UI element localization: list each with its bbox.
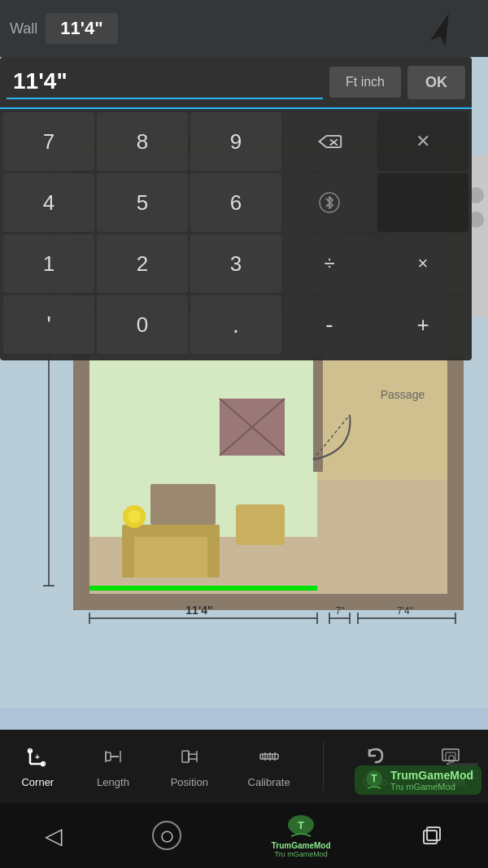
key-empty bbox=[377, 173, 468, 232]
wall-label: Wall bbox=[10, 20, 37, 37]
unit-button[interactable]: Ft inch bbox=[329, 67, 401, 98]
nav-recents-button[interactable] bbox=[420, 824, 443, 847]
watermark-sub: Tru mGameMod bbox=[390, 782, 473, 792]
svg-text:7": 7" bbox=[336, 605, 345, 617]
position-icon bbox=[177, 744, 202, 773]
key-decimal[interactable]: . bbox=[190, 295, 281, 354]
toolbar-calibrate[interactable]: Calibrate bbox=[242, 741, 297, 792]
length-label: Length bbox=[97, 776, 129, 788]
key-7[interactable]: 7 bbox=[3, 112, 94, 171]
svg-text:+: + bbox=[35, 752, 40, 761]
nav-logo-icon: T bbox=[285, 813, 317, 841]
watermark-name: TrumGameMod bbox=[390, 769, 473, 782]
svg-rect-24 bbox=[89, 586, 317, 591]
key-1[interactable]: 1 bbox=[3, 234, 94, 293]
keyboard-input-row: Ft inch OK bbox=[0, 57, 472, 109]
key-apostrophe[interactable]: ' bbox=[3, 295, 94, 354]
corner-label: Corner bbox=[21, 776, 54, 788]
svg-rect-58 bbox=[182, 751, 189, 762]
watermark-logo: T bbox=[363, 769, 386, 792]
watermark: T TrumGameMod Tru mGameMod bbox=[355, 765, 481, 795]
svg-rect-70 bbox=[442, 749, 459, 761]
key-5[interactable]: 5 bbox=[97, 173, 188, 232]
svg-rect-78 bbox=[424, 831, 437, 844]
key-bluetooth[interactable] bbox=[284, 173, 375, 232]
key-multiply[interactable]: × bbox=[377, 234, 468, 293]
wall-value: 11'4" bbox=[46, 13, 117, 44]
toolbar-position[interactable]: Position bbox=[164, 741, 215, 792]
android-navbar: ◁ ○ T TrumGameMod Tru mGameMod bbox=[0, 803, 488, 868]
nav-logo-sub: Tru mGameMod bbox=[275, 850, 328, 858]
svg-text:T: T bbox=[371, 773, 377, 784]
svg-rect-79 bbox=[427, 827, 440, 840]
ok-button[interactable]: OK bbox=[407, 66, 465, 99]
key-6[interactable]: 6 bbox=[190, 173, 281, 232]
key-9[interactable]: 9 bbox=[190, 112, 281, 171]
svg-rect-15 bbox=[236, 504, 285, 545]
svg-text:7'4": 7'4" bbox=[397, 605, 413, 617]
key-8[interactable]: 8 bbox=[97, 112, 188, 171]
nav-watermark: T TrumGameMod Tru mGameMod bbox=[272, 813, 331, 858]
svg-text:11'4": 11'4" bbox=[185, 604, 212, 617]
key-minus[interactable]: - bbox=[284, 295, 375, 354]
toolbar-length[interactable]: Length bbox=[89, 741, 137, 792]
svg-rect-13 bbox=[122, 529, 134, 578]
key-0[interactable]: 0 bbox=[97, 295, 188, 354]
key-2[interactable]: 2 bbox=[97, 234, 188, 293]
keypad-grid: 7 8 9 ✕ 4 5 6 1 2 3 ÷ × ' 0 bbox=[0, 109, 472, 357]
corner-icon: + bbox=[25, 744, 50, 773]
length-icon bbox=[101, 744, 125, 773]
key-close[interactable]: ✕ bbox=[377, 112, 468, 171]
backspace-icon bbox=[316, 133, 342, 150]
svg-point-22 bbox=[128, 510, 141, 523]
key-backspace[interactable] bbox=[284, 112, 375, 171]
svg-text:T: T bbox=[298, 819, 304, 831]
nav-back-button[interactable]: ◁ bbox=[45, 822, 63, 849]
svg-rect-16 bbox=[150, 484, 216, 525]
position-label: Position bbox=[171, 776, 208, 788]
toolbar-separator bbox=[323, 742, 324, 791]
nav-logo-text: TrumGameMod bbox=[272, 841, 331, 850]
top-bar: Wall 11'4" bbox=[0, 0, 488, 57]
svg-text:Passage: Passage bbox=[381, 388, 425, 401]
svg-rect-14 bbox=[207, 529, 220, 578]
keyboard-overlay: Ft inch OK 7 8 9 ✕ 4 5 6 1 2 3 bbox=[0, 57, 472, 360]
svg-rect-54 bbox=[106, 752, 111, 761]
nav-home-button[interactable]: ○ bbox=[152, 821, 181, 850]
key-4[interactable]: 4 bbox=[3, 173, 94, 232]
key-divide[interactable]: ÷ bbox=[284, 234, 375, 293]
calibrate-icon bbox=[257, 744, 281, 773]
toolbar-corner[interactable]: + Corner bbox=[13, 741, 62, 792]
key-3[interactable]: 3 bbox=[190, 234, 281, 293]
recents-icon bbox=[420, 824, 443, 847]
bluetooth-icon bbox=[318, 191, 341, 214]
measurement-input[interactable] bbox=[7, 65, 323, 99]
calibrate-label: Calibrate bbox=[248, 776, 290, 788]
key-plus[interactable]: + bbox=[377, 295, 468, 354]
